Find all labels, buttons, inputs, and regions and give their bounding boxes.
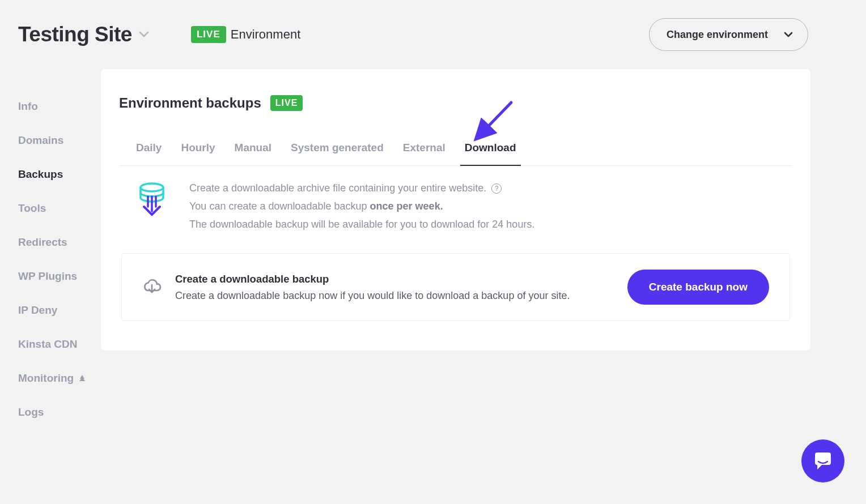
- create-backup-button[interactable]: Create backup now: [627, 270, 769, 305]
- chat-button[interactable]: [801, 439, 844, 482]
- site-title: Testing Site: [18, 23, 132, 46]
- download-info-line3: The downloadable backup will be availabl…: [189, 219, 534, 230]
- sidebar-item-label: WP Plugins: [18, 270, 77, 283]
- chevron-down-icon: [139, 31, 149, 38]
- download-info: Create a downloadable archive file conta…: [119, 166, 792, 253]
- environment-label: Environment: [231, 27, 301, 42]
- header: Testing Site LIVE Environment Change env…: [0, 0, 866, 57]
- sidebar-item-label: Info: [18, 100, 38, 113]
- sidebar-item-label: Logs: [18, 406, 44, 418]
- change-environment-dropdown[interactable]: Change environment: [649, 18, 808, 51]
- sidebar-item-label: IP Deny: [18, 304, 57, 317]
- sidebar-item-ip-deny[interactable]: IP Deny: [18, 293, 101, 327]
- site-title-dropdown[interactable]: Testing Site: [18, 23, 149, 46]
- layout: Info Domains Backups Tools Redirects WP …: [0, 57, 866, 429]
- cloud-download-icon: [142, 277, 162, 297]
- sidebar: Info Domains Backups Tools Redirects WP …: [0, 57, 101, 429]
- sidebar-item-redirects[interactable]: Redirects: [18, 225, 101, 259]
- live-badge: LIVE: [270, 95, 303, 111]
- cta-subtitle: Create a downloadable backup now if you …: [175, 290, 614, 302]
- environment-indicator: LIVE Environment: [191, 26, 300, 43]
- tab-label: Daily: [136, 142, 162, 153]
- tab-daily[interactable]: Daily: [136, 136, 162, 165]
- chat-icon: [813, 451, 833, 471]
- create-backup-box: Create a downloadable backup Create a do…: [121, 253, 790, 321]
- change-environment-label: Change environment: [667, 29, 768, 41]
- tabs: Daily Hourly Manual System generated Ext…: [119, 122, 792, 166]
- live-badge: LIVE: [191, 26, 226, 43]
- tab-download[interactable]: Download: [465, 136, 516, 165]
- sidebar-item-backups[interactable]: Backups: [18, 157, 101, 191]
- download-info-text: Create a downloadable archive file conta…: [189, 181, 534, 235]
- tab-manual[interactable]: Manual: [235, 136, 271, 165]
- sidebar-item-label: Redirects: [18, 236, 67, 249]
- sidebar-item-monitoring[interactable]: Monitoring: [18, 361, 101, 395]
- sidebar-item-kinsta-cdn[interactable]: Kinsta CDN: [18, 327, 101, 361]
- sidebar-item-label: Backups: [18, 168, 63, 181]
- sidebar-item-domains[interactable]: Domains: [18, 123, 101, 157]
- svg-point-0: [141, 183, 163, 191]
- sidebar-item-label: Kinsta CDN: [18, 338, 78, 351]
- tab-label: Hourly: [181, 142, 215, 153]
- sidebar-item-label: Tools: [18, 202, 46, 215]
- sidebar-item-wp-plugins[interactable]: WP Plugins: [18, 259, 101, 293]
- sidebar-item-tools[interactable]: Tools: [18, 191, 101, 225]
- backup-download-icon: [138, 181, 165, 235]
- tab-label: Manual: [235, 142, 271, 153]
- card-header: Environment backups LIVE: [119, 95, 792, 122]
- help-icon[interactable]: ?: [491, 183, 502, 194]
- sidebar-item-label: Domains: [18, 134, 63, 147]
- tab-label: System generated: [291, 142, 384, 153]
- tab-label: Download: [465, 142, 516, 153]
- tab-external[interactable]: External: [403, 136, 445, 165]
- tab-system-generated[interactable]: System generated: [291, 136, 384, 165]
- download-info-line2b: once per week.: [370, 200, 443, 212]
- chevron-down-icon: [784, 32, 793, 37]
- sidebar-item-logs[interactable]: Logs: [18, 395, 101, 429]
- card-title: Environment backups: [119, 95, 261, 111]
- sidebar-item-info[interactable]: Info: [18, 89, 101, 123]
- cta-title: Create a downloadable backup: [175, 273, 614, 285]
- download-info-line1: Create a downloadable archive file conta…: [189, 182, 486, 194]
- main-card: Environment backups LIVE Daily Hourly Ma…: [101, 69, 810, 351]
- download-info-line2a: You can create a downloadable backup: [189, 200, 370, 212]
- tree-icon: [78, 374, 86, 382]
- sidebar-item-label: Monitoring: [18, 372, 74, 385]
- cta-text: Create a downloadable backup Create a do…: [175, 273, 614, 302]
- tab-label: External: [403, 142, 445, 153]
- tab-hourly[interactable]: Hourly: [181, 136, 215, 165]
